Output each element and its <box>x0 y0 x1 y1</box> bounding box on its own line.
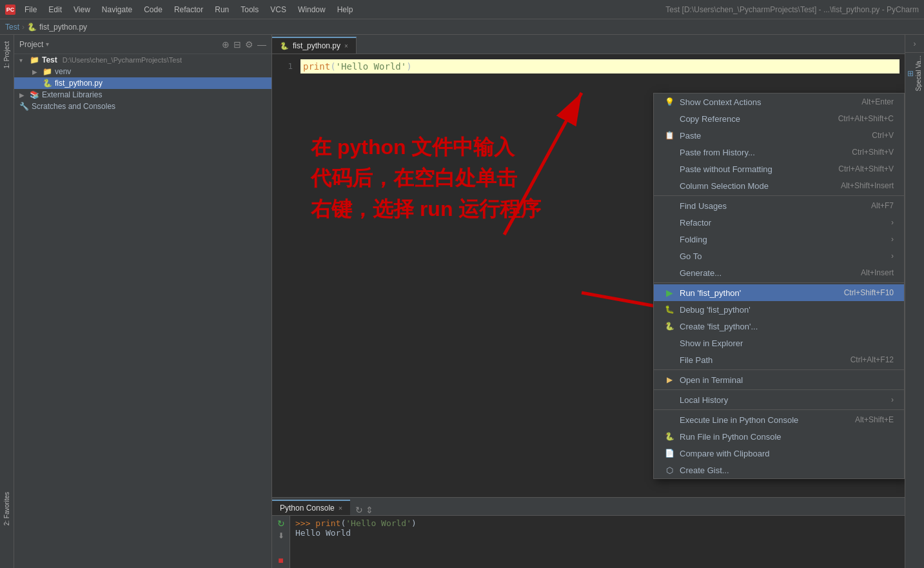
file-tab-fist-python[interactable]: 🐍 fist_python.py × <box>272 37 357 54</box>
python-console-tab-close[interactable]: × <box>339 504 342 512</box>
tree-item-test[interactable]: ▾ 📁 Test D:\Users\chen_\PycharmProjects\… <box>14 54 271 66</box>
menu-item-run-file-python-console[interactable]: 🐍 Run File in Python Console <box>654 428 904 445</box>
tree-arrow-venv: ▶ <box>32 68 40 75</box>
menu-item-paste-no-format[interactable]: Paste without Formatting Ctrl+Alt+Shift+… <box>654 161 904 177</box>
breadcrumb-file[interactable]: fist_python.py <box>39 23 87 32</box>
menu-label-debug-fist-python: Debug 'fist_python' <box>680 305 751 315</box>
file-icon-fist-python: 🐍 <box>43 79 52 88</box>
menu-run[interactable]: Run <box>210 4 234 15</box>
console-scroll-icon[interactable]: ⇕ <box>366 505 373 515</box>
bottom-tabs: Python Console × ↻ ⇕ <box>272 498 905 516</box>
menu-label-file-path: File Path <box>680 355 713 365</box>
code-paren-close: ) <box>406 61 411 72</box>
project-chevron: ▾ <box>46 41 49 48</box>
tab-file-icon: 🐍 <box>280 42 289 50</box>
svg-line-1 <box>504 93 582 235</box>
right-strip-arrow[interactable]: › <box>914 39 916 48</box>
breadcrumb-icon: 🐍 <box>27 23 37 32</box>
menu-item-create-fist-python[interactable]: 🐍 Create 'fist_python'... <box>654 318 904 335</box>
menu-label-show-in-explorer: Show in Explorer <box>680 338 743 348</box>
run-icon: ▶ <box>664 288 674 298</box>
locate-icon[interactable]: ⊕ <box>222 39 230 50</box>
menu-item-run-fist-python[interactable]: ▶ Run 'fist_python' Ctrl+Shift+F10 <box>654 284 904 301</box>
tree-label-fist-python: fist_python.py <box>55 79 103 88</box>
menu-tools[interactable]: Tools <box>235 4 264 15</box>
menu-item-paste[interactable]: 📋 Paste Ctrl+V <box>654 127 904 144</box>
menu-item-generate[interactable]: Generate... Alt+Insert <box>654 264 904 281</box>
submenu-arrow-goto: › <box>891 251 894 260</box>
scratches-icon: 🔧 <box>19 102 29 111</box>
menu-item-copy-reference[interactable]: Copy Reference Ctrl+Alt+Shift+C <box>654 110 904 127</box>
file-path-icon <box>664 355 674 365</box>
separator-2 <box>654 282 904 283</box>
bottom-tab-python-console[interactable]: Python Console × <box>272 500 350 515</box>
menu-item-create-gist[interactable]: ⬡ Create Gist... <box>654 462 904 478</box>
menu-item-find-usages[interactable]: Find Usages Alt+F7 <box>654 197 904 214</box>
code-string: 'Hello World' <box>336 61 407 72</box>
favorites-strip-tab[interactable]: 2: Favorites <box>2 488 12 529</box>
console-side-buttons: ↻ ⬇ ■ <box>272 516 290 568</box>
console-line-2: Hello World <box>295 528 899 538</box>
menu-view[interactable]: View <box>68 4 95 15</box>
tree-item-scratches[interactable]: 🔧 Scratches and Consoles <box>14 101 271 112</box>
shortcut-copy-reference: Ctrl+Alt+Shift+C <box>838 114 894 123</box>
menu-file[interactable]: File <box>19 4 42 15</box>
menu-label-find-usages: Find Usages <box>680 201 727 211</box>
tree-label-scratches: Scratches and Consoles <box>32 102 115 111</box>
settings-icon[interactable]: ⚙ <box>245 39 253 50</box>
shortcut-generate: Alt+Insert <box>861 268 894 277</box>
menu-item-show-in-explorer[interactable]: Show in Explorer <box>654 335 904 351</box>
menu-item-debug-fist-python[interactable]: 🐛 Debug 'fist_python' <box>654 301 904 318</box>
tree-item-venv[interactable]: ▶ 📁 venv <box>14 66 271 77</box>
menu-help[interactable]: Help <box>332 4 359 15</box>
debug-icon: 🐛 <box>664 304 674 315</box>
menu-label-folding: Folding <box>680 235 707 244</box>
menu-item-file-path[interactable]: File Path Ctrl+Alt+F12 <box>654 351 904 368</box>
menu-item-folding[interactable]: Folding › <box>654 231 904 248</box>
menu-item-refactor[interactable]: Refactor › <box>654 214 904 231</box>
menu-label-goto: Go To <box>680 251 702 261</box>
menu-code[interactable]: Code <box>139 4 168 15</box>
folder-icon-venv: 📁 <box>43 67 52 76</box>
code-line-1: print('Hello World') <box>300 59 899 73</box>
console-rerun-icon[interactable]: ↻ <box>355 505 363 515</box>
code-area[interactable]: print('Hello World') <box>300 59 899 73</box>
lib-icon: 📚 <box>30 90 39 99</box>
menu-item-local-history[interactable]: Local History › <box>654 391 904 408</box>
code-print-keyword: print <box>303 61 330 72</box>
tree-arrow-test: ▾ <box>19 57 27 64</box>
hide-icon[interactable]: — <box>257 39 266 50</box>
menu-item-open-terminal[interactable]: ▶ Open in Terminal <box>654 371 904 388</box>
tab-close-icon[interactable]: × <box>344 43 348 50</box>
menu-item-compare-clipboard[interactable]: 📄 Compare with Clipboard <box>654 445 904 462</box>
breadcrumb-bar: Test › 🐍 fist_python.py <box>0 19 924 35</box>
menu-navigate[interactable]: Navigate <box>97 4 137 15</box>
menu-label-run-fist-python: Run 'fist_python' <box>680 288 741 298</box>
project-strip-tab[interactable]: 1: Project <box>2 37 12 72</box>
tree-item-fist-python[interactable]: 🐍 fist_python.py <box>14 77 271 89</box>
history-icon <box>664 395 674 405</box>
shortcut-execute-line: Alt+Shift+E <box>855 415 894 424</box>
menu-item-paste-history[interactable]: Paste from History... Ctrl+Shift+V <box>654 144 904 161</box>
right-strip-special[interactable]: ⊞ Special Va... <box>907 53 922 93</box>
console-btn-2[interactable]: ⬇ <box>278 531 284 540</box>
menu-refactor[interactable]: Refactor <box>169 4 208 15</box>
menu-item-column-selection[interactable]: Column Selection Mode Alt+Shift+Insert <box>654 177 904 194</box>
shortcut-paste-no-format: Ctrl+Alt+Shift+V <box>838 164 894 173</box>
editor-main[interactable]: 1 print('Hello World') 在 python 文件中输入 代码… <box>272 54 905 497</box>
menu-vcs[interactable]: VCS <box>265 4 291 15</box>
console-content: >>> print('Hello World') Hello World <box>290 516 905 568</box>
menu-item-show-context-actions[interactable]: 💡 Show Context Actions Alt+Enter <box>654 93 904 110</box>
menu-label-compare-clipboard: Compare with Clipboard <box>680 449 769 458</box>
collapse-icon[interactable]: ⊟ <box>233 39 241 50</box>
breadcrumb-test[interactable]: Test <box>5 23 19 32</box>
menu-item-goto[interactable]: Go To › <box>654 248 904 264</box>
console-btn-3[interactable]: ■ <box>278 555 283 565</box>
console-btn-1[interactable]: ↻ <box>277 518 285 529</box>
menu-label-create-gist: Create Gist... <box>680 465 729 475</box>
menu-window[interactable]: Window <box>293 4 331 15</box>
menu-edit[interactable]: Edit <box>43 4 67 15</box>
console-output: Hello World <box>295 528 351 538</box>
menu-item-execute-line[interactable]: Execute Line in Python Console Alt+Shift… <box>654 411 904 428</box>
tree-item-external-libs[interactable]: ▶ 📚 External Libraries <box>14 89 271 101</box>
